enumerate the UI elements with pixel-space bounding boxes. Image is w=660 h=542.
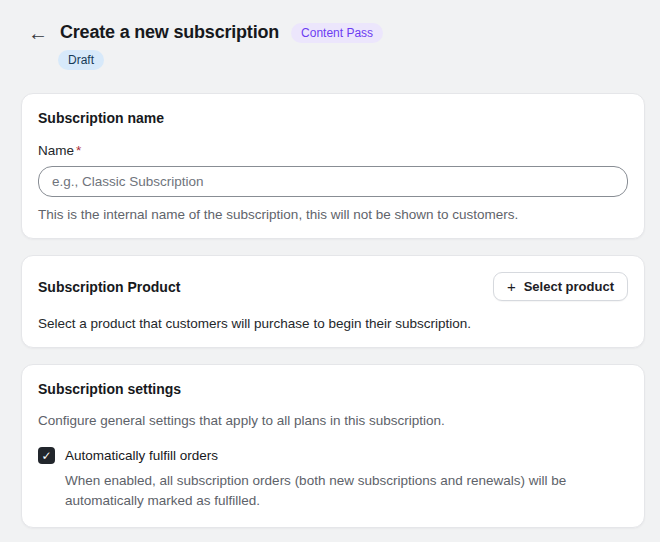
page-header: ← Create a new subscription Content Pass… (0, 0, 660, 70)
auto-fulfill-help-text: When enabled, all subscription orders (b… (65, 471, 592, 511)
draft-status-badge: Draft (58, 50, 104, 70)
product-description: Select a product that customers will pur… (38, 316, 628, 331)
name-help-text: This is the internal name of the subscri… (38, 207, 628, 222)
check-icon: ✓ (41, 450, 51, 462)
required-asterisk: * (76, 143, 81, 158)
settings-description: Configure general settings that apply to… (38, 413, 628, 428)
form-cards: Subscription name Name* This is the inte… (0, 93, 660, 528)
content-pass-badge: Content Pass (291, 23, 383, 43)
subscription-name-card: Subscription name Name* This is the inte… (21, 93, 645, 239)
auto-fulfill-label[interactable]: Automatically fulfill orders (65, 448, 218, 463)
select-product-label: Select product (524, 279, 614, 294)
subscription-name-heading: Subscription name (38, 110, 628, 126)
name-label-text: Name (38, 143, 74, 158)
subscription-product-card: Subscription Product + Select product Se… (21, 255, 645, 348)
subscription-settings-card: Subscription settings Configure general … (21, 364, 645, 528)
back-button[interactable]: ← (28, 23, 48, 43)
auto-fulfill-row: ✓ Automatically fulfill orders (38, 447, 628, 464)
auto-fulfill-checkbox[interactable]: ✓ (38, 447, 55, 464)
arrow-left-icon: ← (28, 22, 48, 44)
page-title: Create a new subscription (60, 22, 279, 43)
subscription-name-input[interactable] (38, 166, 628, 197)
subscription-product-heading: Subscription Product (38, 279, 180, 295)
select-product-button[interactable]: + Select product (493, 272, 628, 301)
plus-icon: + (507, 279, 516, 294)
name-field-label: Name* (38, 143, 628, 158)
subscription-settings-heading: Subscription settings (38, 381, 628, 397)
